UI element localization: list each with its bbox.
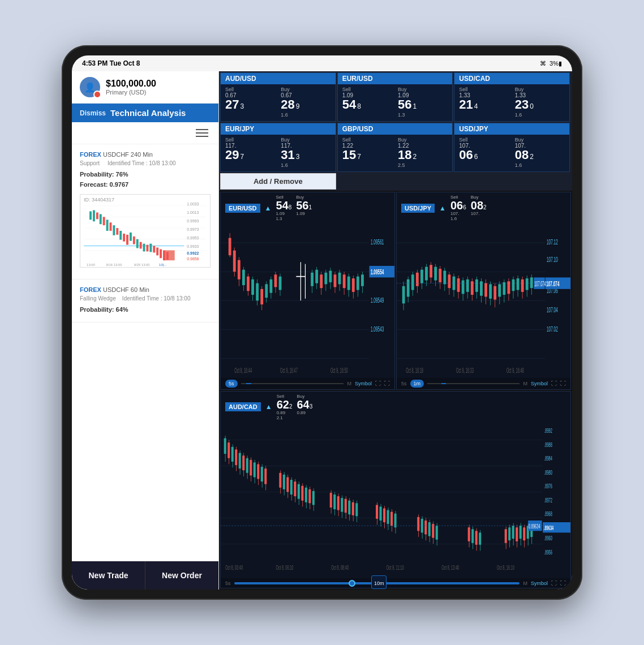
svg-rect-147 (457, 278, 460, 292)
svg-rect-242 (305, 487, 307, 502)
svg-rect-64 (247, 277, 250, 291)
currency-tile-gbpusd[interactable]: GBP/USD Sell 1.22 15 7 B (337, 123, 453, 172)
svg-rect-35 (156, 248, 158, 256)
svg-rect-87 (320, 274, 323, 288)
tablet-device: 4:53 PM Tue Oct 8 ⌘ 3%▮ 👤 $100,000.00 (62, 45, 582, 600)
add-remove-button[interactable]: Add / Remove (220, 173, 336, 190)
svg-rect-89 (324, 273, 327, 284)
timeframe-m-eurusd[interactable]: M (347, 381, 351, 386)
svg-text:.8960: .8960 (544, 535, 552, 541)
svg-text:0.9858: 0.9858 (187, 257, 199, 261)
timeframe-m-audcad[interactable]: M (523, 580, 527, 586)
svg-rect-226 (264, 468, 267, 484)
chart-slider-eurusd[interactable] (241, 383, 344, 384)
expand-icon-eurusd[interactable]: ⛶ (375, 380, 381, 386)
svg-text:.8980: .8980 (544, 468, 552, 475)
fullscreen-icon-audcad[interactable]: ⛶ (560, 580, 566, 586)
analysis-item[interactable]: FOREX USDCHF 240 Min Support Identified … (72, 144, 218, 280)
svg-rect-252 (337, 496, 340, 510)
svg-rect-105 (361, 274, 364, 286)
svg-rect-294 (479, 532, 481, 544)
timeframe-5s-usdjpy[interactable]: 5s (401, 381, 407, 386)
symbol-label-audcad[interactable]: Symbol (531, 580, 548, 586)
fullscreen-icon-usdjpy[interactable]: ⛶ (560, 380, 566, 386)
chart-footer-usdjpy: 5s 1m M Symbol ⛶ ⛶ (397, 378, 570, 389)
svg-rect-13 (165, 251, 175, 261)
svg-rect-288 (468, 527, 470, 541)
chart-slider-audcad[interactable]: 10m (234, 582, 520, 584)
svg-rect-178 (521, 280, 524, 292)
tile-sell-gbpusd: Sell 1.22 15 7 (342, 137, 392, 168)
svg-text:1.09554: 1.09554 (371, 267, 384, 276)
chart-slider-usdjpy[interactable] (427, 383, 520, 384)
svg-rect-20 (106, 220, 109, 231)
fullscreen-icon-eurusd[interactable]: ⛶ (384, 380, 390, 386)
svg-rect-25 (123, 234, 125, 242)
chart-panel-audcad: AUD/CAD ▲ Sell 62 2 0. (220, 391, 571, 589)
svg-rect-180 (526, 278, 529, 290)
svg-rect-232 (286, 477, 289, 492)
tile-prices-eurjpy: Sell 117. 29 7 Buy 117. (225, 137, 331, 168)
svg-text:.8972: .8972 (544, 496, 552, 503)
svg-rect-304 (520, 526, 522, 539)
tile-symbol-audusd: AUD/USD (221, 73, 336, 84)
svg-rect-290 (471, 529, 474, 543)
svg-rect-95 (338, 273, 341, 284)
svg-rect-222 (257, 464, 259, 479)
new-trade-button[interactable]: New Trade (72, 561, 145, 590)
svg-rect-74 (269, 280, 272, 293)
currency-tile-usdcad[interactable]: USD/CAD Sell 1.33 21 4 B (454, 72, 570, 122)
chart-header-eurusd: EUR/USD ▲ Sell 54 8 1. (221, 192, 394, 223)
svg-text:107.10: 107.10 (547, 255, 558, 263)
analysis-type-2: FOREX USDCHF 60 Min (80, 286, 211, 293)
probability-2: Probability: 64% (80, 305, 211, 315)
svg-rect-210 (235, 449, 237, 465)
symbol-label-usdjpy[interactable]: Symbol (531, 381, 548, 386)
technical-bar: Dismiss Technical Analysis (72, 104, 218, 122)
svg-rect-224 (261, 467, 263, 481)
chart-panel-eurusd: EUR/USD ▲ Sell 54 8 1. (220, 192, 395, 390)
timeframe-m-usdjpy[interactable]: M (523, 381, 527, 386)
timeframe-1m-usdjpy[interactable]: 1m (410, 380, 424, 388)
svg-rect-274 (394, 513, 397, 527)
timeframe-5s-audcad[interactable]: 5s (225, 580, 231, 586)
tile-symbol-gbpusd: GBP/USD (338, 123, 453, 135)
analysis-chart-1[interactable]: ID: 34404317 1.0033 1.0013 (80, 194, 211, 268)
expand-icon-audcad[interactable]: ⛶ (551, 580, 557, 586)
chart-prices-audcad: Sell 62 2 0.89 2.1 (277, 394, 313, 420)
audcad-candle-chart: .8992 .8988 .8984 .8980 .8976 .8972 .896… (221, 423, 570, 579)
tile-buy-audusd: Buy 0.67 28 9 1.6 (281, 87, 330, 118)
chart-sell-col-audcad: Sell 62 2 0.89 2.1 (277, 394, 293, 420)
currency-tile-audusd[interactable]: AUD/USD Sell 0.67 27 3 B (220, 72, 336, 122)
tile-buy-usdcad: Buy 1.33 23 0 1.6 (515, 87, 565, 118)
currency-tile-eurusd[interactable]: EUR/USD Sell 1.09 54 8 B (337, 72, 453, 122)
analysis-item-2[interactable]: FOREX USDCHF 60 Min Falling Wedge Identi… (72, 280, 218, 322)
svg-text:0.9993: 0.9993 (187, 219, 199, 223)
chart-footer-audcad: 5s 10m M Symbol ⛶ ⛶ (221, 578, 570, 588)
svg-rect-176 (517, 278, 520, 290)
svg-rect-228 (279, 472, 281, 487)
timeframe-5s-eurusd[interactable]: 5s (225, 380, 238, 388)
tile-sell-eurusd: Sell 1.09 54 8 (342, 87, 392, 118)
expand-icon-usdjpy[interactable]: ⛶ (551, 380, 557, 386)
chart-up-arrow-audcad: ▲ (265, 403, 272, 411)
status-bar: 4:53 PM Tue Oct 8 ⌘ 3%▮ (72, 55, 572, 71)
new-order-button[interactable]: New Order (145, 561, 218, 590)
svg-rect-250 (333, 494, 336, 509)
svg-text:.8956: .8956 (544, 548, 552, 555)
svg-rect-156 (471, 281, 474, 295)
status-icons: ⌘ 3%▮ (540, 60, 562, 67)
chart-prices-usdjpy: Sell 06 6 107. 1.6 (450, 195, 487, 221)
chart-up-arrow-eurusd: ▲ (265, 204, 272, 212)
currency-tile-usdjpy[interactable]: USD/JPY Sell 107. 06 6 B (454, 123, 570, 172)
add-remove-label: Add / Remove (254, 177, 303, 186)
battery-icon: 3%▮ (549, 60, 562, 67)
currency-tile-eurjpy[interactable]: EUR/JPY Sell 117. 29 7 B (220, 123, 336, 172)
hamburger-menu[interactable] (194, 127, 211, 139)
dismiss-button[interactable]: Dismiss (80, 109, 106, 117)
chart-panel-usdjpy: USD/JPY ▲ Sell 06 6 10 (396, 192, 571, 390)
svg-rect-296 (505, 529, 507, 543)
svg-text:1.09543: 1.09543 (371, 324, 384, 333)
svg-rect-58 (233, 251, 236, 272)
symbol-label-eurusd[interactable]: Symbol (355, 381, 372, 386)
